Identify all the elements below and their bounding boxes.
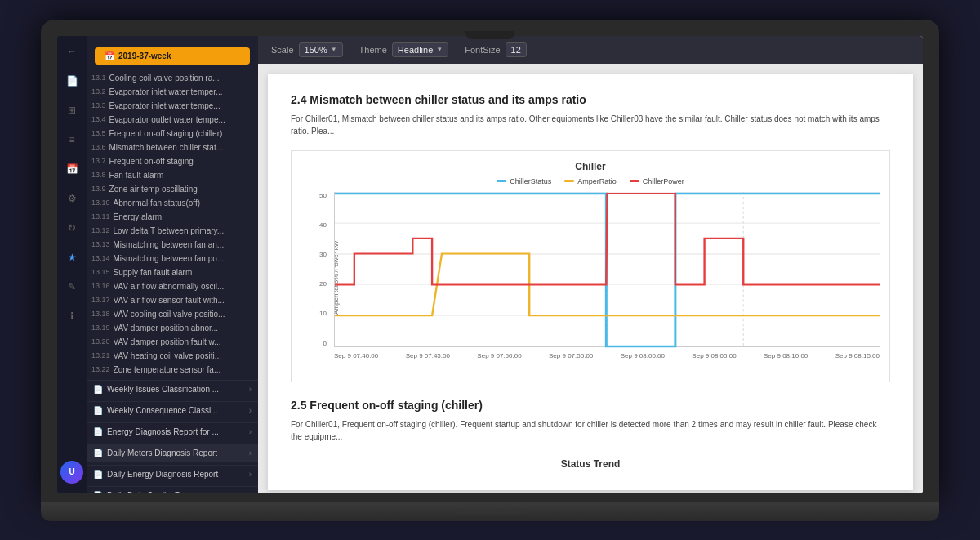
screen-bezel: ← 📄 ⊞ ≡ 📅 ⚙ ↻ ★ ✎ ℹ U 📅 2019-37-week [41,20,939,502]
legend-dot-power [630,180,639,182]
theme-select[interactable]: Headline ▼ [392,42,448,57]
pencil-icon[interactable]: ✎ [63,278,81,296]
y-label-50: 50 [319,192,327,199]
list-item[interactable]: 13.1 Cooling coil valve position ra... [87,71,258,85]
list-item[interactable]: 13.10 Abnormal fan status(off) [87,196,258,210]
chevron-down-icon: ▼ [331,46,337,53]
x-label-8: Sep 9 08:15:00 [835,352,880,359]
chevron-right-icon: › [249,385,252,394]
sidebar-content: 📅 2019-37-week 13.1 Cooling coil valve p… [87,36,258,493]
list-item[interactable]: 13.12 Low delta T between primary... [87,224,258,238]
section-2-5-text: For Chiller01, Frequent on-off staging (… [291,418,890,443]
legend-dot-amper [564,180,574,182]
fontsize-label: FontSize [465,45,500,55]
list-item[interactable]: 13.14 Mismatching between fan po... [87,252,258,266]
chevron-right-icon: › [249,449,252,457]
y-label-20: 20 [319,280,327,288]
fontsize-select[interactable]: 12 [506,42,527,57]
sidebar-section-daily-quality[interactable]: 📄 Daily Data Quality Report › [87,486,258,493]
sidebar-section-weekly-consequence[interactable]: 📄 Weekly Consequence Classi... › [87,401,258,419]
y-label-10: 10 [319,310,327,317]
document-icon: 📄 [93,385,103,394]
sidebar: 📅 2019-37-week 13.1 Cooling coil valve p… [87,36,258,493]
list-item[interactable]: 13.20 VAV damper position fault w... [87,335,258,349]
x-label-1: Sep 9 07:40:00 [334,352,378,359]
info-icon[interactable]: ℹ [63,307,81,325]
chevron-right-icon: › [249,406,252,415]
scale-select[interactable]: 150% ▼ [299,42,343,57]
list-item[interactable]: 13.6 Mismatch between chiller stat... [87,141,258,154]
list-item[interactable]: 13.5 Frequent on-off staging (chiller) [87,127,258,141]
y-label-40: 40 [319,221,327,229]
status-trend-container: Status Trend [291,456,890,471]
list-item[interactable]: 13.18 VAV cooling coil valve positio... [87,307,258,321]
chiller-chart: Chiller ChillerStatus AmperRatio [291,150,890,382]
sidebar-icons-strip: ← 📄 ⊞ ≡ 📅 ⚙ ↻ ★ ✎ ℹ U [57,36,87,493]
chevron-right-icon: › [249,470,252,479]
section-2-4-text: For Chiller01, Mismatch between chiller … [291,113,890,137]
list-item[interactable]: 13.7 Frequent on-off staging [87,154,258,168]
list-item[interactable]: 13.4 Evaporator outlet water tempe... [87,113,258,127]
list-item[interactable]: 13.3 Evaporator inlet water tempe... [87,99,258,113]
x-label-6: Sep 9 08:05:00 [692,352,736,359]
main-content: Scale 150% ▼ Theme Headline ▼ [258,36,923,493]
refresh-icon[interactable]: ↻ [63,219,81,237]
y-label-30: 30 [319,251,327,258]
list-item[interactable]: 13.2 Evaporator inlet water temper... [87,85,258,99]
doc-page: 2.4 Mismatch between chiller status and … [268,74,913,490]
document-icon: 📄 [93,491,103,493]
laptop-screen: ← 📄 ⊞ ≡ 📅 ⚙ ↻ ★ ✎ ℹ U 📅 2019-37-week [57,36,923,493]
x-label-4: Sep 9 07:55:00 [549,352,593,359]
sidebar-section-weekly-issues[interactable]: 📄 Weekly Issues Classification ... › [87,380,258,398]
list-item[interactable]: 13.17 VAV air flow sensor fault with... [87,293,258,307]
laptop-base [41,502,939,521]
laptop-notch [466,31,514,39]
x-label-7: Sep 9 08:10:00 [764,352,808,359]
list-item[interactable]: 13.11 Energy alarm [87,210,258,224]
list-item[interactable]: 13.9 Zone air temp oscillating [87,182,258,196]
document-icon: 📄 [93,406,103,415]
document-icon: 📄 [93,427,103,436]
legend-dot-status [497,180,506,182]
toolbar-scale-group: Scale 150% ▼ [271,42,343,57]
list-item[interactable]: 13.22 Zone temperature sensor fa... [87,363,258,377]
doc-area: 2.4 Mismatch between chiller status and … [258,64,923,493]
chart-plot [334,192,880,347]
laptop-frame: ← 📄 ⊞ ≡ 📅 ⚙ ↻ ★ ✎ ℹ U 📅 2019-37-week [41,20,939,521]
list-item[interactable]: 13.13 Mismatching between fan an... [87,238,258,252]
settings-icon[interactable]: ⚙ [63,190,81,208]
toolbar-fontsize-group: FontSize 12 [465,42,527,57]
list-item[interactable]: 13.21 VAV heating coil valve positi... [87,349,258,363]
user-avatar[interactable]: U [60,461,83,484]
section-2-4-title: 2.4 Mismatch between chiller status and … [291,93,890,106]
document-icon[interactable]: 📄 [63,72,81,90]
sidebar-section-energy-diagnosis[interactable]: 📄 Energy Diagnosis Report for ... › [87,422,258,440]
scale-label: Scale [271,45,294,55]
toolbar: Scale 150% ▼ Theme Headline ▼ [258,36,923,64]
sidebar-section-daily-energy[interactable]: 📄 Daily Energy Diagnosis Report › [87,465,258,483]
laptop-trackpad-hint [457,509,523,514]
list-item[interactable]: 13.19 VAV damper position abnor... [87,321,258,335]
chart-title: Chiller [301,161,880,172]
chevron-right-icon: › [249,427,252,436]
x-axis-labels: Sep 9 07:40:00 Sep 9 07:45:00 Sep 9 07:5… [334,349,880,372]
x-label-5: Sep 9 08:00:00 [621,352,665,359]
y-label-0: 0 [323,340,327,347]
chevron-down-icon: ▼ [436,46,443,53]
list-icon[interactable]: ≡ [63,131,81,149]
list-item[interactable]: 13.15 Supply fan fault alarm [87,266,258,279]
calendar-icon[interactable]: 📅 [63,160,81,178]
legend-amper-ratio: AmperRatio [564,177,617,185]
list-item[interactable]: 13.8 Fan fault alarm [87,168,258,182]
status-trend-label: Status Trend [561,458,621,470]
grid-icon[interactable]: ⊞ [63,101,81,119]
x-label-2: Sep 9 07:45:00 [406,352,450,359]
sidebar-section-daily-meters[interactable]: 📄 Daily Meters Diagnosis Report › [87,444,258,462]
chevron-right-icon: › [249,491,252,493]
list-item[interactable]: 13.16 VAV air flow abnormally oscil... [87,279,258,293]
legend-chiller-status: ChillerStatus [497,177,551,185]
week-badge[interactable]: 📅 2019-37-week [95,47,250,65]
back-icon[interactable]: ← [63,42,81,60]
star-icon[interactable]: ★ [63,248,81,266]
chart-svg [335,192,880,346]
